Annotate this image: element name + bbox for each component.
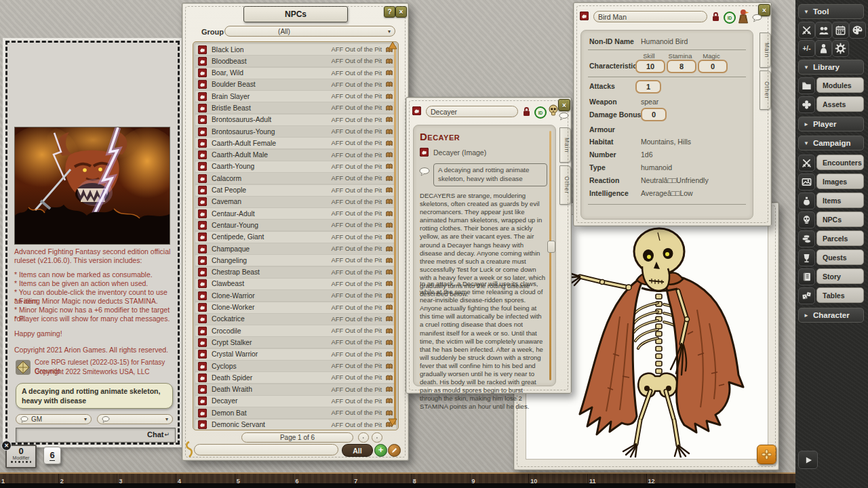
- parcels-icon-button[interactable]: [798, 230, 815, 247]
- npcs-window[interactable]: NPCs ? × Group (All) ▾ Black Lion AFF Ou…: [182, 3, 409, 461]
- module-book-icon[interactable]: [385, 163, 393, 170]
- npc-list-item[interactable]: Caarth-Adult Male AFF Out of the Pit: [195, 150, 396, 161]
- chat-window[interactable]: Advanced Fighting Fantasy second edition…: [5, 41, 180, 445]
- sidebar-section-character[interactable]: ► Character: [798, 308, 864, 323]
- npc-list-item[interactable]: Clone-Worker AFF Out of the Pit: [195, 302, 396, 313]
- npc-list-item[interactable]: Decayer AFF Out of the Pit: [195, 396, 396, 407]
- encounters-icon-button[interactable]: [798, 155, 815, 171]
- npc-list-scrollbar[interactable]: [394, 45, 396, 425]
- sidebar-item-tables[interactable]: Tables: [816, 287, 864, 303]
- module-book-icon[interactable]: [385, 140, 393, 147]
- effects-button[interactable]: [815, 40, 832, 57]
- colors-button[interactable]: [849, 22, 866, 39]
- npc-list-item[interactable]: Bloodbeast AFF Out of the Pit: [195, 56, 396, 66]
- module-book-icon[interactable]: [385, 409, 393, 417]
- sidebar-item-story[interactable]: Story: [816, 268, 864, 284]
- linked-record-icon[interactable]: [420, 148, 429, 157]
- module-book-icon[interactable]: [385, 363, 393, 370]
- decayer-record-window[interactable]: × Decayer ID Decayer Decayer (Image) A d…: [406, 97, 572, 394]
- npc-list-item[interactable]: Cyclops AFF Out of the Pit: [195, 361, 396, 371]
- sidebar-section-library[interactable]: ▼ Library: [798, 60, 864, 75]
- module-book-icon[interactable]: [385, 151, 393, 159]
- tables-icon-button[interactable]: [798, 287, 815, 304]
- sidebar-item-quests[interactable]: Quests: [816, 249, 864, 265]
- scrollbar-handle[interactable]: [547, 241, 555, 253]
- items-icon-button[interactable]: [798, 192, 815, 209]
- npc-list-item[interactable]: Caarth-Adult Female AFF Out of the Pit: [195, 138, 396, 148]
- record-name-input[interactable]: Decayer: [426, 106, 518, 117]
- group-dropdown[interactable]: (All) ▾: [224, 26, 395, 37]
- module-book-icon[interactable]: [385, 339, 393, 346]
- close-button[interactable]: ×: [395, 6, 407, 18]
- module-book-icon[interactable]: [385, 116, 393, 123]
- tab-other[interactable]: Other: [760, 70, 771, 110]
- sidebar-section-player[interactable]: ► Player: [798, 117, 864, 131]
- npc-list-item[interactable]: Boar, Wild AFF Out of the Pit: [195, 68, 396, 79]
- record-name-input[interactable]: Bird Man: [593, 11, 707, 22]
- hotkey-slot[interactable]: 8: [412, 474, 471, 483]
- modifiers-button[interactable]: +/-: [798, 40, 815, 57]
- module-book-icon[interactable]: [385, 280, 393, 287]
- module-book-icon[interactable]: [385, 268, 393, 276]
- d6-die[interactable]: 6: [43, 447, 61, 464]
- tab-main[interactable]: Main: [559, 127, 571, 163]
- npc-list-item[interactable]: Cockatrice AFF Out of the Pit: [195, 314, 396, 325]
- module-book-icon[interactable]: [385, 128, 393, 136]
- module-book-icon[interactable]: [385, 93, 393, 100]
- npc-list-item[interactable]: Bristle Beast AFF Out of the Pit: [195, 102, 396, 113]
- npc-list-item[interactable]: Brain Slayer AFF Out of the Pit: [195, 91, 396, 102]
- module-book-icon[interactable]: [385, 186, 393, 194]
- module-book-icon[interactable]: [385, 222, 393, 229]
- module-book-icon[interactable]: [385, 233, 393, 241]
- quests-icon-button[interactable]: [798, 249, 815, 266]
- hotkey-slot[interactable]: 3: [117, 474, 176, 483]
- npc-list-item[interactable]: Centaur-Adult AFF Out of the Pit: [195, 208, 396, 219]
- module-book-icon[interactable]: [385, 104, 393, 112]
- hotkey-slot[interactable]: 9: [471, 474, 530, 483]
- help-button[interactable]: ?: [384, 6, 395, 18]
- window-title[interactable]: NPCs: [243, 6, 348, 22]
- npc-list-item[interactable]: Death Wraith AFF Out of the Pit: [195, 384, 396, 395]
- add-record-button[interactable]: +: [374, 444, 387, 457]
- next-page-button[interactable]: [358, 432, 369, 443]
- npc-list[interactable]: Black Lion AFF Out of the Pit Bloodbeast…: [193, 41, 399, 430]
- npc-list-item[interactable]: Crystal Warrior AFF Out of the Pit: [195, 349, 396, 360]
- npc-list-item[interactable]: Boulder Beast AFF Out of the Pit: [195, 79, 396, 90]
- npc-list-item[interactable]: Crypt Stalker AFF Out of the Pit: [195, 337, 396, 348]
- play-button[interactable]: [798, 451, 818, 469]
- hotkey-slot[interactable]: 10: [529, 474, 588, 483]
- npc-list-item[interactable]: Demon Bat AFF Out of the Pit: [195, 407, 396, 418]
- tab-other[interactable]: Other: [559, 165, 571, 205]
- module-book-icon[interactable]: [385, 175, 393, 182]
- sidebar-section-campaign[interactable]: ▼ Campaign: [798, 136, 864, 150]
- npc-list-item[interactable]: Brontosaurus-Adult AFF Out of the Pit: [195, 115, 396, 125]
- hotkey-slot[interactable]: 6: [294, 474, 353, 483]
- npc-list-item[interactable]: Brontosaurus-Young AFF Out of the Pit: [195, 126, 396, 137]
- hotkey-slot[interactable]: 12: [647, 474, 706, 483]
- story-icon-button[interactable]: [798, 268, 815, 285]
- npc-list-item[interactable]: Crocodile AFF Out of the Pit: [195, 325, 396, 336]
- sidebar-section-tool[interactable]: ▼ Tool: [798, 4, 864, 19]
- speech-bubble-icon[interactable]: [559, 113, 569, 121]
- options-button[interactable]: [832, 40, 849, 57]
- non-id-name-value[interactable]: Humanoid Bird: [641, 37, 688, 45]
- npc-list-item[interactable]: Cat People AFF Out of the Pit: [195, 185, 396, 196]
- speech-bubble-icon[interactable]: [752, 14, 762, 22]
- sidebar-item-npcs[interactable]: NPCs: [816, 211, 864, 227]
- npc-list-item[interactable]: Clone-Warrior AFF Out of the Pit: [195, 290, 396, 301]
- scroll-up-arrow-icon[interactable]: [388, 41, 397, 49]
- npc-list-item[interactable]: Centipede, Giant AFF Out of the Pit: [195, 232, 396, 243]
- hotkey-bar[interactable]: 123456789101112: [0, 472, 868, 483]
- intelligence-value[interactable]: Averageâ□□Low: [641, 189, 693, 197]
- chat-button[interactable]: Chat ↵: [147, 430, 170, 439]
- type-value[interactable]: humanoid: [641, 163, 672, 171]
- calendar-button[interactable]: [832, 22, 849, 39]
- lock-icon[interactable]: [522, 106, 531, 117]
- hotkey-slot[interactable]: 4: [176, 474, 235, 483]
- module-book-icon[interactable]: [385, 374, 393, 382]
- id-visibility-toggle[interactable]: ID: [534, 106, 547, 119]
- npc-list-item[interactable]: Black Lion AFF Out of the Pit: [195, 44, 396, 55]
- birdman-record-window[interactable]: × Bird Man ID Non-ID Name Humanoid Bird …: [573, 2, 772, 226]
- last-page-button[interactable]: [372, 432, 382, 443]
- hotkey-slot[interactable]: 2: [59, 474, 118, 483]
